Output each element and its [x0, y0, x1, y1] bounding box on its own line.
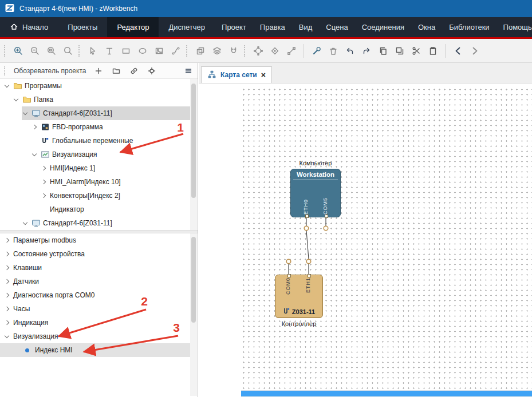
hscrollbar-thumb[interactable]	[241, 391, 532, 396]
copy-button[interactable]	[375, 43, 391, 58]
folder-icon	[13, 81, 22, 90]
expander-icon[interactable]	[13, 96, 20, 104]
home-icon	[10, 22, 18, 33]
zoom-out-button[interactable]	[27, 43, 42, 58]
tab-close-button[interactable]: ×	[261, 71, 266, 79]
text-tool-button[interactable]	[101, 43, 117, 58]
device-item-clock[interactable]: Часы	[0, 302, 190, 316]
magnet-tool-button[interactable]	[226, 43, 241, 58]
menu-help[interactable]: Помощь	[496, 17, 532, 37]
device-item-hmi-index[interactable]: Индекс HMI	[0, 343, 190, 357]
select-tool-button[interactable]	[85, 43, 100, 58]
expander-icon[interactable]	[40, 178, 48, 186]
expander-icon[interactable]	[31, 124, 38, 131]
expander-icon[interactable]	[40, 165, 48, 172]
ribbon-tab-home[interactable]: Начало	[0, 17, 58, 37]
menu-connections[interactable]: Соединения	[355, 17, 411, 37]
tree-item-fbd-program[interactable]: FBD-программа	[31, 120, 190, 134]
app-icon	[5, 3, 15, 15]
device-item-modbus-params[interactable]: Параметры modbus	[0, 233, 190, 247]
expander-icon[interactable]	[3, 82, 11, 90]
plus-icon	[94, 67, 103, 75]
menu-project[interactable]: Проект	[215, 17, 253, 37]
delete-tool-button[interactable]	[325, 43, 341, 58]
tree-item-visualization[interactable]: Визуализация	[31, 148, 190, 161]
tree-item-programs[interactable]: Программы	[3, 79, 190, 93]
device-panel-scrollbar[interactable]	[190, 233, 197, 396]
menu-libraries[interactable]: Библиотеки	[442, 17, 496, 37]
zoom-region-button[interactable]	[60, 43, 76, 58]
expander-icon[interactable]	[3, 333, 11, 340]
cut-button[interactable]	[408, 43, 424, 58]
ellipse-tool-button[interactable]	[135, 43, 150, 58]
expander-icon[interactable]	[3, 305, 11, 313]
add-folder-button[interactable]	[111, 66, 121, 76]
expander-icon[interactable]	[3, 319, 11, 327]
network-map-canvas[interactable]: Компьютер Workstation ETH0 COM5 COM0 ETH…	[199, 84, 532, 397]
device-item-sensors[interactable]: Датчики	[0, 275, 190, 288]
ribbon-tab-dispatcher[interactable]: Диспетчер	[159, 17, 215, 37]
tree-item-hmi-index1[interactable]: HMI[Индекс 1]	[40, 161, 190, 175]
ribbon-tab-editor[interactable]: Редактор	[107, 17, 159, 37]
zoom-fit-button[interactable]	[44, 43, 59, 58]
panel-menu-button[interactable]	[183, 66, 194, 76]
expander-icon[interactable]	[22, 110, 29, 117]
layers-icon	[212, 46, 222, 56]
tree-item-hmi-alarm-index10[interactable]: HMI_Alarm[Индекс 10]	[40, 175, 190, 189]
layers-button[interactable]	[209, 43, 224, 58]
image-tool-button[interactable]	[151, 43, 167, 58]
zoom-in-button[interactable]	[10, 43, 26, 58]
device-item-device-state[interactable]: Состояние устройства	[0, 247, 190, 261]
device-item-visualization[interactable]: Визуализация	[0, 329, 190, 343]
expander-icon[interactable]	[40, 192, 48, 200]
explorer-scrollbar[interactable]	[190, 79, 197, 230]
controller-node[interactable]: COM0 ETH1 Z031-11	[275, 275, 323, 318]
expander-icon[interactable]	[22, 220, 29, 227]
node-tool-button[interactable]	[250, 43, 266, 58]
tree-item-standard46-1[interactable]: Стандарт4-6[Z031-11]	[22, 106, 190, 120]
tree-item-global-variables[interactable]: Глобальные переменные	[31, 134, 190, 148]
link-button[interactable]	[129, 66, 139, 76]
tab-network-map[interactable]: Карта сети ×	[201, 66, 272, 83]
expander-icon[interactable]	[3, 292, 11, 299]
scrollbar-thumb[interactable]	[191, 237, 196, 323]
nav-forward-button[interactable]	[467, 43, 482, 58]
add-item-button[interactable]	[93, 66, 104, 76]
scrollbar-thumb[interactable]	[191, 84, 196, 198]
locate-button[interactable]	[147, 66, 157, 76]
tab-label: Карта сети	[220, 71, 257, 79]
ribbon-tab-projects[interactable]: Проекты	[58, 17, 107, 37]
workstation-node[interactable]: Workstation ETH0 COM5	[290, 169, 341, 217]
connector-tool-button[interactable]	[168, 43, 183, 58]
canvas-hscrollbar[interactable]	[241, 390, 532, 397]
tree-item-convectors-index2[interactable]: Конвекторы[Индекс 2]	[40, 189, 190, 203]
device-item-indication[interactable]: Индикация	[0, 316, 190, 329]
tree-item-indicator[interactable]: Индикатор	[40, 203, 190, 216]
device-item-keys[interactable]: Клавиши	[0, 261, 190, 275]
paste-button[interactable]	[425, 43, 440, 58]
expander-icon[interactable]	[3, 264, 11, 272]
bring-front-button[interactable]	[192, 43, 208, 58]
menu-windows[interactable]: Окна	[411, 17, 442, 37]
duplicate-button[interactable]	[392, 43, 407, 58]
rect-tool-button[interactable]	[118, 43, 133, 58]
expander-icon	[31, 137, 38, 145]
expander-icon[interactable]	[3, 251, 11, 258]
tree-item-standard46-2[interactable]: Стандарт4-6[Z031-11]	[22, 216, 190, 230]
junction-tool-button[interactable]	[267, 43, 282, 58]
expander-icon[interactable]	[3, 237, 11, 244]
cut-link-tool-button[interactable]	[283, 43, 299, 58]
chevron-right-icon	[470, 46, 480, 56]
expander-icon[interactable]	[31, 151, 38, 158]
redo-button[interactable]	[358, 43, 374, 58]
tree-item-folder[interactable]: Папка	[13, 93, 190, 106]
expander-icon[interactable]	[3, 278, 11, 285]
device-item-com0-diagnostics[interactable]: Диагностика порта COM0	[0, 288, 190, 302]
menu-edit[interactable]: Правка	[253, 17, 292, 37]
undo-button[interactable]	[342, 43, 357, 58]
menu-view[interactable]: Вид	[292, 17, 320, 37]
nav-back-button[interactable]	[450, 43, 466, 58]
menu-scene[interactable]: Сцена	[319, 17, 354, 37]
wrench-tool-button[interactable]	[309, 43, 324, 58]
tree-item-label: Программы	[25, 82, 62, 90]
